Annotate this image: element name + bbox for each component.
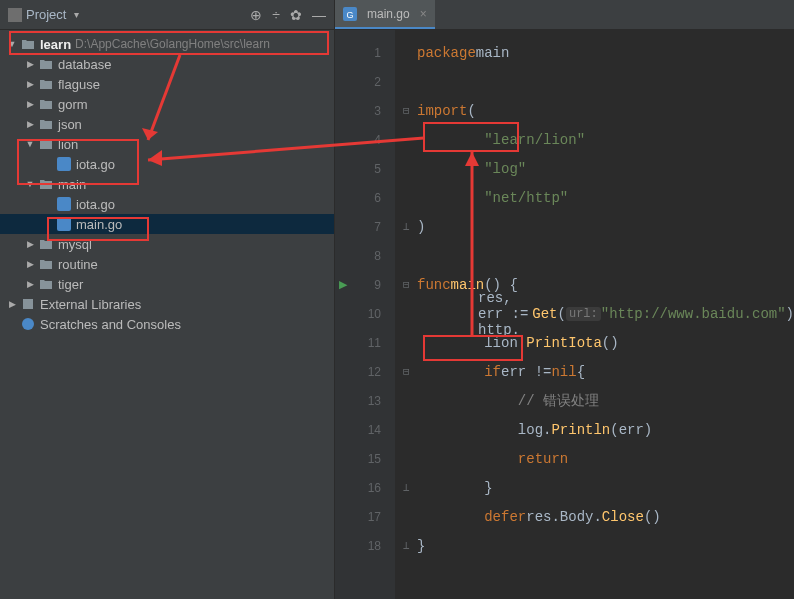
tree-folder-routine[interactable]: ▶routine <box>0 254 334 274</box>
tree-folder-mysql[interactable]: ▶mysql <box>0 234 334 254</box>
gutter-line: 13 <box>335 386 395 415</box>
tree-label: iota.go <box>76 197 115 212</box>
gutter-line: 5 <box>335 154 395 183</box>
project-sidebar: Project ▾ ⊕ ÷ ✿ — ▼learnD:\AppCache\Gola… <box>0 0 335 599</box>
project-title: Project <box>26 7 66 22</box>
gutter-line: 16 <box>335 473 395 502</box>
locate-icon[interactable]: ⊕ <box>250 7 262 23</box>
tree-label: routine <box>58 257 98 272</box>
code-line[interactable]: ⊟func main() { <box>395 270 794 299</box>
tree-folder-database[interactable]: ▶database <box>0 54 334 74</box>
tree-label: main.go <box>76 217 122 232</box>
folder-icon <box>38 136 54 152</box>
folder-icon <box>38 236 54 252</box>
go-file-icon <box>56 156 72 172</box>
tree-arrow-icon: ▼ <box>22 139 38 149</box>
gutter: 12345678▶9101112131415161718 <box>335 30 395 599</box>
code-line[interactable]: ⊟ if err != nil { <box>395 357 794 386</box>
code-line[interactable]: ⊥) <box>395 212 794 241</box>
tree-folder-lion[interactable]: ▼lion <box>0 134 334 154</box>
svg-point-4 <box>22 318 34 330</box>
tree-arrow-icon: ▼ <box>4 39 20 49</box>
code-line[interactable]: // 错误处理 <box>395 386 794 415</box>
folder-icon <box>20 316 36 332</box>
tree-arrow-icon: ▶ <box>22 119 38 129</box>
tab-main-go[interactable]: G main.go × <box>335 0 435 29</box>
code-line[interactable]: package main <box>395 38 794 67</box>
code-line[interactable]: ⊥} <box>395 531 794 560</box>
tree-label: learn <box>40 37 71 52</box>
code-line[interactable]: defer res.Body.Close() <box>395 502 794 531</box>
minimize-icon[interactable]: — <box>312 7 326 23</box>
tree-arrow-icon: ▶ <box>4 299 20 309</box>
code-line[interactable]: "log" <box>395 154 794 183</box>
folder-icon <box>20 36 36 52</box>
tree-arrow-icon: ▶ <box>22 279 38 289</box>
tree-label: lion <box>58 137 78 152</box>
code-line[interactable]: "net/http" <box>395 183 794 212</box>
chevron-down-icon: ▾ <box>74 9 79 20</box>
close-icon[interactable]: × <box>420 7 427 21</box>
folder-icon <box>38 56 54 72</box>
tree-folder-json[interactable]: ▶json <box>0 114 334 134</box>
folder-icon <box>38 76 54 92</box>
tab-label: main.go <box>367 7 410 21</box>
go-file-icon <box>56 196 72 212</box>
svg-rect-3 <box>23 299 33 309</box>
scratches-consoles[interactable]: Scratches and Consoles <box>0 314 334 334</box>
tree-label: External Libraries <box>40 297 141 312</box>
tree-file-iota.go[interactable]: iota.go <box>0 194 334 214</box>
tree-path: D:\AppCache\GolangHome\src\learn <box>75 37 270 51</box>
gutter-line: 1 <box>335 38 395 67</box>
code-line[interactable] <box>395 241 794 270</box>
project-dropdown[interactable]: Project ▾ <box>8 7 79 22</box>
gutter-line: 2 <box>335 67 395 96</box>
editor: G main.go × 12345678▶9101112131415161718… <box>335 0 794 599</box>
tree-label: json <box>58 117 82 132</box>
svg-rect-1 <box>57 197 71 211</box>
external-libraries[interactable]: ▶External Libraries <box>0 294 334 314</box>
tree-label: database <box>58 57 112 72</box>
gear-icon[interactable]: ✿ <box>290 7 302 23</box>
code-line[interactable]: lion.PrintIota() <box>395 328 794 357</box>
tree-folder-main[interactable]: ▼main <box>0 174 334 194</box>
gutter-line: 6 <box>335 183 395 212</box>
code-line[interactable] <box>395 67 794 96</box>
fold-icon: ⊥ <box>403 481 413 494</box>
code-line[interactable]: ⊟import ( <box>395 96 794 125</box>
gutter-line: 18 <box>335 531 395 560</box>
run-marker-icon[interactable]: ▶ <box>339 278 347 291</box>
project-tree: ▼learnD:\AppCache\GolangHome\src\learn▶d… <box>0 30 334 599</box>
code-content[interactable]: package main⊟import ( "learn/lion" "log"… <box>395 30 794 599</box>
tree-file-iota.go[interactable]: iota.go <box>0 154 334 174</box>
fold-icon: ⊥ <box>403 539 413 552</box>
gutter-line: 7 <box>335 212 395 241</box>
tree-root[interactable]: ▼learnD:\AppCache\GolangHome\src\learn <box>0 34 334 54</box>
gutter-line: 4 <box>335 125 395 154</box>
code-line[interactable]: return <box>395 444 794 473</box>
gutter-line: 15 <box>335 444 395 473</box>
gutter-line: 17 <box>335 502 395 531</box>
tree-folder-flaguse[interactable]: ▶flaguse <box>0 74 334 94</box>
collapse-icon[interactable]: ÷ <box>272 7 280 23</box>
code-line[interactable]: log.Println(err) <box>395 415 794 444</box>
folder-icon <box>38 116 54 132</box>
gutter-line: 3 <box>335 96 395 125</box>
code-line[interactable]: res, err := http.Get( url: "http://www.b… <box>395 299 794 328</box>
sidebar-header: Project ▾ ⊕ ÷ ✿ — <box>0 0 334 30</box>
tree-arrow-icon: ▶ <box>22 239 38 249</box>
code-area[interactable]: 12345678▶9101112131415161718 package mai… <box>335 30 794 599</box>
code-line[interactable]: "learn/lion" <box>395 125 794 154</box>
svg-text:G: G <box>346 10 353 20</box>
go-file-icon <box>56 216 72 232</box>
folder-icon <box>38 256 54 272</box>
code-line[interactable]: ⊥ } <box>395 473 794 502</box>
tree-folder-gorm[interactable]: ▶gorm <box>0 94 334 114</box>
tree-file-main.go[interactable]: main.go <box>0 214 334 234</box>
fold-icon: ⊟ <box>403 104 413 117</box>
tree-folder-tiger[interactable]: ▶tiger <box>0 274 334 294</box>
folder-icon <box>38 276 54 292</box>
fold-icon: ⊥ <box>403 220 413 233</box>
tab-bar: G main.go × <box>335 0 794 30</box>
folder-icon <box>38 176 54 192</box>
